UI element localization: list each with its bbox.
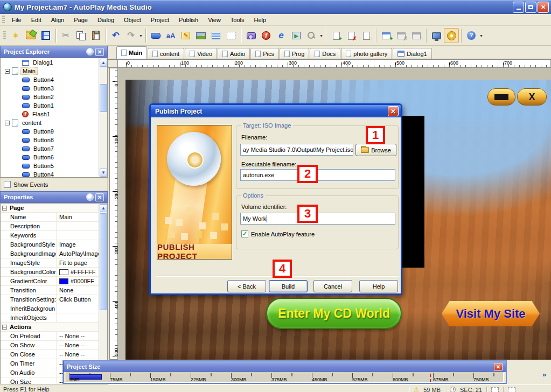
filename-input[interactable]: ay Media Studio 7.0\Output\My Project.is… [240,144,353,156]
tree-item-button2[interactable]: Button2 [1,93,107,101]
tab-dialog1[interactable]: Dialog1 [393,48,431,59]
chevron-right-icon[interactable]: » [542,370,546,379]
tree-item-button8[interactable]: Button8 [1,136,107,144]
color-swatch[interactable] [59,269,68,275]
enter-cd-world-button[interactable]: Enter My CD World [266,298,402,329]
tree-item-dialog1[interactable]: Dialog1 [1,58,107,67]
volume-identifier-input[interactable]: My Work [240,213,395,225]
cut-icon[interactable]: ✂ [58,28,73,43]
tree-scrollbar[interactable]: ▲ ▼ [99,58,107,177]
menu-view[interactable]: View [203,15,226,25]
new-dialog-icon[interactable]: + [379,28,394,43]
scroll-up-icon[interactable]: ▲ [100,204,107,212]
web-object-icon[interactable]: e [274,28,289,43]
executable-filename-input[interactable]: autorun.exe [240,169,395,181]
zoom-dropdown-icon[interactable]: ▾ [319,33,324,38]
property-row[interactable]: InheritObjects [1,313,107,323]
tree-item-button1[interactable]: Button1 [1,101,107,110]
pin-icon[interactable] [86,193,94,201]
redo-dropdown-icon[interactable]: ▾ [138,33,143,38]
property-row[interactable]: InheritBackgroun [1,304,107,313]
undo-icon[interactable]: ↶ [108,28,123,43]
tree-item-button5[interactable]: Button5 [1,162,107,170]
menu-align[interactable]: Align [46,15,69,25]
menu-help[interactable]: Help [249,15,271,25]
collapse-icon[interactable] [2,325,7,330]
property-row-gradient-color[interactable]: GradientColor#0000FF [1,277,107,286]
property-row[interactable]: Description [1,222,107,231]
hotspot-object-icon[interactable] [224,28,239,43]
collapse-icon[interactable] [2,206,7,211]
tree-item-main[interactable]: Main [1,67,107,75]
label-object-icon[interactable]: aA [163,28,178,43]
close-button[interactable]: ✕ [538,2,549,13]
tree-item-button6[interactable]: Button6 [1,153,107,162]
open-project-icon[interactable] [23,28,38,43]
menu-project[interactable]: Project [146,15,174,25]
show-events-checkbox[interactable] [4,181,11,188]
property-row[interactable]: On Preload-- None -- [1,332,107,341]
tree-item-button3[interactable]: Button3 [1,84,107,93]
property-row[interactable]: On Close-- None -- [1,350,107,359]
tab-prog[interactable]: Prog [280,48,309,59]
tab-audio[interactable]: Audio [218,48,250,59]
pin-icon[interactable] [86,48,94,55]
menu-page[interactable]: Page [69,15,93,25]
property-row[interactable]: NameMain [1,213,107,222]
tree-item-button7[interactable]: Button7 [1,144,107,153]
preview-application-icon[interactable] [429,28,444,43]
build-project-icon[interactable] [444,28,459,43]
new-project-wizard-icon[interactable]: ✶ [8,28,23,43]
help-button[interactable]: Help [359,280,398,292]
copy-icon[interactable] [73,28,88,43]
menu-publish[interactable]: Publish [174,15,203,25]
back-button[interactable]: < Back [227,280,266,292]
zoom-icon[interactable] [304,28,319,43]
property-row-background-color[interactable]: BackgroundColor#FFFFFF [1,268,107,277]
collapse-icon[interactable] [5,69,10,74]
redo-icon[interactable]: ↷ [123,28,138,43]
menu-file[interactable]: File [7,15,26,25]
tree-item-flash1[interactable]: fFlash1 [1,110,107,118]
menu-edit[interactable]: Edit [26,15,46,25]
canvas-close-button[interactable]: X [517,88,547,106]
browse-button[interactable]: Browse [355,144,396,156]
save-project-icon[interactable] [38,28,53,43]
canvas-minimize-button[interactable] [487,88,515,106]
help-dropdown-icon[interactable]: ▾ [479,33,484,38]
video-object-icon[interactable] [243,28,259,43]
help-icon[interactable]: ? [464,28,479,43]
properties-close-icon[interactable]: ✕ [95,193,104,201]
properties-scrollbar[interactable]: ▲ [99,204,107,384]
preview-page-icon[interactable]: ◌ [359,28,374,43]
tree-item-button4b[interactable]: Button4 [1,170,107,178]
image-object-icon[interactable] [193,28,208,43]
button-object-icon[interactable] [148,28,163,43]
menu-dialog[interactable]: Dialog [93,15,119,25]
scroll-up-icon[interactable]: ▲ [100,59,107,67]
flash-object-icon[interactable]: f [259,28,274,43]
enable-autoplay-checkbox[interactable]: ✓ [241,230,248,237]
property-row[interactable]: TransitionNone [1,286,107,295]
tree-item-content[interactable]: content [1,118,107,127]
menu-object[interactable]: Object [119,15,146,25]
restore-button[interactable] [525,2,536,13]
new-page-icon[interactable]: + [329,28,344,43]
tab-content[interactable]: content [148,48,184,59]
tree-item-button4[interactable]: Button4 [1,75,107,84]
property-group-actions[interactable]: Actions [1,323,107,332]
menu-tools[interactable]: Tools [226,15,249,25]
run-object-icon[interactable]: ▶ [289,28,304,43]
scroll-down-icon[interactable]: ▼ [100,169,107,177]
tab-main[interactable]: Main [116,46,147,59]
scroll-thumb[interactable] [100,213,107,310]
tab-docs[interactable]: Docs [310,48,340,59]
property-row[interactable]: Keywords [1,231,107,240]
delete-page-icon[interactable]: ✗ [344,28,359,43]
preview-dialog-icon[interactable]: ◌ [409,28,424,43]
color-swatch[interactable] [59,278,68,284]
dialog-title-bar[interactable]: Publish Project ✕ [151,105,401,117]
property-group-page[interactable]: Page [1,204,107,213]
project-size-close-icon[interactable]: ✕ [494,363,503,371]
visit-my-site-button[interactable]: Visit My Site [442,300,540,327]
